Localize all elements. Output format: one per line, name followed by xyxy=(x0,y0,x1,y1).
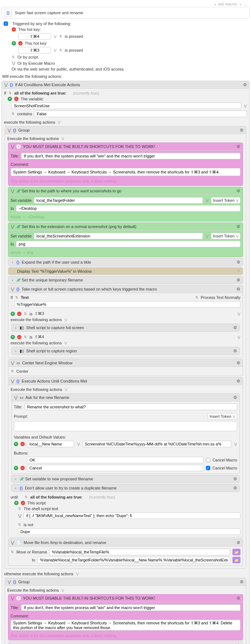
center-label[interactable]: Center xyxy=(16,369,28,373)
disclosure-icon[interactable]: › xyxy=(14,486,17,490)
gear-icon[interactable]: ⚙ xyxy=(240,579,244,584)
disclosure-icon[interactable]: ⋁ xyxy=(11,189,14,193)
stepper-icon[interactable]: ⇅ xyxy=(195,296,199,299)
disclosure-icon[interactable]: ⋁ xyxy=(11,540,14,545)
disclosure-icon[interactable]: ⋁ xyxy=(11,224,14,229)
variable-value-field[interactable] xyxy=(16,241,240,247)
variable-value-field[interactable] xyxy=(16,205,240,212)
gear-icon[interactable]: ⚙ xyxy=(236,277,240,283)
add-icon[interactable]: + xyxy=(8,97,12,101)
disclosure-icon[interactable]: › xyxy=(14,349,17,353)
gear-icon[interactable]: ⚙ xyxy=(233,348,237,353)
choose-folder-button[interactable] xyxy=(232,557,240,563)
gear-icon[interactable]: ⚙ xyxy=(236,224,240,229)
disclosure-icon[interactable]: ⋁ xyxy=(18,513,21,518)
gear-icon[interactable]: ⚙ xyxy=(233,476,237,481)
prompt-text-field[interactable] xyxy=(14,421,237,431)
disclosure-icon[interactable]: ⋁ xyxy=(4,83,8,87)
stepper-icon[interactable]: ⇅ xyxy=(59,35,63,38)
disclosure-icon[interactable]: ⋁ xyxy=(12,61,15,65)
shell-text-label[interactable]: The shell script text xyxy=(24,507,58,511)
button-ok-field[interactable] xyxy=(27,457,204,463)
dropdown-icon[interactable]: ⋁ xyxy=(76,442,80,446)
hotkey-field-1[interactable] xyxy=(18,33,51,40)
stepper-icon[interactable]: ⇅ xyxy=(24,335,27,339)
stepper-icon[interactable]: ⇅ xyxy=(12,55,15,59)
remove-trigger-icon[interactable]: – xyxy=(12,27,16,32)
stepper-icon[interactable]: ⇅ xyxy=(11,369,14,373)
script-field[interactable] xyxy=(24,512,240,519)
chevron-down-icon[interactable]: ⋁ xyxy=(64,388,68,391)
stepper-icon[interactable]: ⇅ xyxy=(8,91,12,95)
breadcrumb[interactable]: ◂ test macros ◂ … xyxy=(1,1,250,7)
disclosure-icon[interactable]: ⋁ xyxy=(7,128,11,133)
move-src-field[interactable] xyxy=(49,549,230,555)
disclosure-icon[interactable]: › xyxy=(14,477,17,481)
chevron-down-icon[interactable]: ⋁ xyxy=(61,588,65,592)
dropdown-icon[interactable]: ⋁ xyxy=(243,104,247,108)
variable-name-field[interactable] xyxy=(11,103,241,109)
remove-icon[interactable]: – xyxy=(20,442,25,446)
warn-comment-field[interactable] xyxy=(11,168,240,176)
disclosure-icon[interactable]: ⋁ xyxy=(14,395,17,400)
stepper-icon[interactable]: ⇅ xyxy=(11,550,14,554)
disclosure-icon[interactable]: ⋁ xyxy=(11,596,14,601)
process-text-label[interactable]: Process Text Normally xyxy=(201,295,240,300)
stepper-icon[interactable]: ⇅ xyxy=(59,48,63,52)
prompt-title-field[interactable] xyxy=(24,404,237,410)
gear-icon[interactable]: ⚙ xyxy=(236,260,240,265)
insert-token-button[interactable]: Insert Token⋁ xyxy=(211,233,240,239)
add-trigger-icon[interactable]: + xyxy=(12,41,16,45)
gear-icon[interactable]: ⚙ xyxy=(233,395,237,400)
chevron-down-icon[interactable]: ⋁ xyxy=(61,137,65,140)
warn-comment-field-2[interactable] xyxy=(11,620,240,631)
disclosure-icon[interactable]: ⋁ xyxy=(11,144,14,149)
insert-token-button[interactable]: Insert Token⋁ xyxy=(211,197,240,204)
chevron-down-icon[interactable]: ⋁ xyxy=(57,120,61,124)
dropdown-icon[interactable]: ⋁ xyxy=(205,199,209,202)
var-name-field[interactable] xyxy=(27,441,74,447)
gear-icon[interactable]: ⚙ xyxy=(240,128,244,133)
dropdown-icon[interactable]: ⋁ xyxy=(237,335,240,339)
remove-icon[interactable]: – xyxy=(20,466,25,470)
gear-icon[interactable]: ⚙ xyxy=(236,188,240,193)
is-not-label[interactable]: is not xyxy=(24,523,33,527)
contains-label[interactable]: contains xyxy=(17,112,32,116)
move-dst-field[interactable] xyxy=(37,557,230,563)
remove-icon[interactable]: – xyxy=(14,97,19,101)
trigger-value-field[interactable] xyxy=(14,301,240,308)
disclosure-icon[interactable]: ⋁ xyxy=(11,361,14,365)
warn-title-field[interactable] xyxy=(21,153,240,159)
stepper-icon[interactable]: ⋁ xyxy=(53,35,57,38)
add-icon[interactable]: + xyxy=(11,312,15,316)
gear-icon[interactable]: ⚙ xyxy=(237,269,240,273)
add-icon[interactable]: + xyxy=(14,501,19,505)
disclosure-icon[interactable]: › xyxy=(11,260,14,264)
remove-trigger-icon[interactable]: – xyxy=(18,41,23,45)
remove-icon[interactable]: – xyxy=(17,335,21,339)
enabled-checkbox[interactable]: ✓ xyxy=(4,21,8,26)
add-icon[interactable]: + xyxy=(14,466,18,470)
gear-icon[interactable]: ⚙ xyxy=(236,287,240,292)
cancel-macro-checkbox[interactable]: ✓ xyxy=(206,466,210,470)
disclosure-icon[interactable]: › xyxy=(14,325,17,330)
stepper-icon[interactable]: ⇅ xyxy=(15,296,19,299)
gear-icon[interactable]: ⚙ xyxy=(236,379,240,384)
gear-icon[interactable]: ⚙ xyxy=(233,325,237,330)
dropdown-icon[interactable]: ⋁ xyxy=(205,234,209,238)
stepper-icon[interactable]: ⇅ xyxy=(24,312,27,316)
stepper-icon[interactable]: ⋁ xyxy=(53,48,57,52)
chevron-down-icon[interactable]: ⋁ xyxy=(64,341,68,345)
stepper-icon[interactable]: ⇅ xyxy=(18,507,21,511)
crumb-current[interactable]: … xyxy=(244,2,247,6)
contains-value-field[interactable] xyxy=(34,111,247,117)
gear-icon[interactable]: ⚙ xyxy=(236,596,240,601)
add-icon[interactable]: + xyxy=(11,335,15,339)
variable-name-field[interactable] xyxy=(34,233,203,239)
disclosure-icon[interactable]: ⋁ xyxy=(7,580,11,584)
remove-icon[interactable]: – xyxy=(17,312,21,316)
chevron-down-icon[interactable]: ⋁ xyxy=(76,572,79,576)
dropdown-icon[interactable]: ⋁ xyxy=(237,312,240,316)
warn-title-field[interactable] xyxy=(21,604,240,611)
var-default-field[interactable] xyxy=(82,441,231,447)
